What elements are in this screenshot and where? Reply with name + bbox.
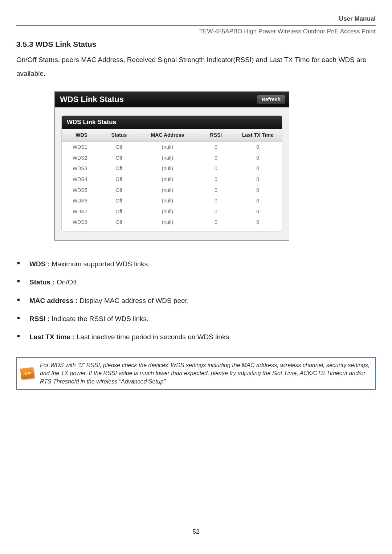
cell-rssi: 0 — [198, 142, 233, 153]
cell-lasttx: 0 — [233, 174, 282, 185]
cell-rssi: 0 — [198, 174, 233, 185]
cell-status: Off — [101, 206, 136, 217]
cell-mac: (null) — [136, 174, 198, 185]
list-item: Status : On/Off. — [16, 277, 376, 288]
table-row: WDS1Off(null)00 — [62, 142, 282, 153]
cell-lasttx: 0 — [233, 163, 282, 174]
cell-mac: (null) — [136, 206, 198, 217]
bullet-term: WDS : — [29, 260, 50, 268]
cell-wds: WDS4 — [62, 174, 101, 185]
cell-status: Off — [101, 142, 136, 153]
list-item: Last TX time : Last inactive time period… — [16, 332, 376, 342]
note-icon-wrap: Note — [17, 358, 38, 389]
bullet-term: MAC address : — [29, 297, 78, 304]
table-row: WDS8Off(null)00 — [62, 217, 282, 231]
panel-header: WDS Link Status Refresh — [55, 92, 289, 107]
cell-wds: WDS2 — [62, 153, 101, 164]
table-row: WDS7Off(null)00 — [62, 206, 282, 217]
cell-lasttx: 0 — [233, 142, 282, 153]
bullet-desc: Display MAC address of WDS peer. — [78, 297, 189, 304]
bullet-desc: Last inactive time period in seconds on … — [75, 333, 231, 341]
table-row: WDS6Off(null)00 — [62, 196, 282, 206]
cell-mac: (null) — [136, 142, 198, 153]
cell-rssi: 0 — [198, 185, 233, 196]
list-item: RSSI : Indicate the RSSI of WDS links. — [16, 313, 376, 324]
cell-mac: (null) — [136, 217, 198, 231]
cell-status: Off — [101, 174, 136, 185]
panel-title: WDS Link Status — [60, 94, 124, 105]
bullet-list: WDS : Maximum supported WDS links.Status… — [16, 259, 376, 343]
header-label: User Manual — [16, 15, 376, 23]
cell-rssi: 0 — [198, 196, 233, 206]
bullet-term: Status : — [29, 278, 55, 286]
table-row: WDS4Off(null)00 — [62, 174, 282, 185]
cell-mac: (null) — [136, 185, 198, 196]
page-number: 52 — [16, 528, 376, 536]
cell-rssi: 0 — [198, 163, 233, 174]
cell-lasttx: 0 — [233, 217, 282, 231]
cell-wds: WDS1 — [62, 142, 101, 153]
cell-rssi: 0 — [198, 206, 233, 217]
cell-wds: WDS6 — [62, 196, 101, 206]
refresh-button[interactable]: Refresh — [257, 95, 285, 104]
cell-status: Off — [101, 153, 136, 164]
cell-wds: WDS8 — [62, 217, 101, 231]
section-title: 3.5.3 WDS Link Status — [16, 39, 376, 49]
th-status: Status — [101, 129, 136, 142]
th-lasttx: Last TX Time — [233, 129, 282, 142]
cell-status: Off — [101, 196, 136, 206]
th-rssi: RSSI — [198, 129, 233, 142]
table-header-row: WDS Status MAC Address RSSI Last TX Time — [62, 129, 282, 142]
header-subtitle: TEW-455APBO High Power Wireless Outdoor … — [16, 27, 376, 36]
wds-table: WDS Status MAC Address RSSI Last TX Time… — [62, 129, 282, 231]
note-box: Note For WDS with "0" RSSI, please check… — [16, 357, 376, 390]
cell-rssi: 0 — [198, 217, 233, 231]
table-row: WDS5Off(null)00 — [62, 185, 282, 196]
sub-panel-title: WDS Link Status — [62, 116, 282, 129]
bullet-desc: Maximum supported WDS links. — [50, 260, 150, 268]
list-item: WDS : Maximum supported WDS links. — [16, 259, 376, 270]
note-text: For WDS with "0" RSSI, please check the … — [38, 358, 375, 389]
list-item: MAC address : Display MAC address of WDS… — [16, 295, 376, 306]
bullet-term: Last TX time : — [29, 333, 75, 341]
bullet-desc: On/Off. — [55, 278, 79, 286]
intro-paragraph: On/Off Status, peers MAC Address, Receiv… — [16, 53, 376, 81]
cell-lasttx: 0 — [233, 206, 282, 217]
cell-status: Off — [101, 217, 136, 231]
cell-rssi: 0 — [198, 153, 233, 164]
note-icon: Note — [20, 367, 34, 379]
th-wds: WDS — [62, 129, 101, 142]
cell-lasttx: 0 — [233, 185, 282, 196]
th-mac: MAC Address — [136, 129, 198, 142]
cell-status: Off — [101, 163, 136, 174]
cell-lasttx: 0 — [233, 196, 282, 206]
cell-wds: WDS5 — [62, 185, 101, 196]
cell-status: Off — [101, 185, 136, 196]
table-row: WDS2Off(null)00 — [62, 153, 282, 164]
cell-wds: WDS3 — [62, 163, 101, 174]
screenshot-panel: WDS Link Status Refresh WDS Link Status … — [54, 91, 289, 241]
bullet-desc: Indicate the RSSI of WDS links. — [50, 315, 148, 323]
bullet-term: RSSI : — [29, 315, 50, 323]
panel-body: WDS Link Status WDS Status MAC Address R… — [55, 107, 289, 240]
cell-wds: WDS7 — [62, 206, 101, 217]
cell-mac: (null) — [136, 153, 198, 164]
cell-mac: (null) — [136, 196, 198, 206]
table-row: WDS3Off(null)00 — [62, 163, 282, 174]
header-rule — [16, 25, 376, 26]
cell-mac: (null) — [136, 163, 198, 174]
cell-lasttx: 0 — [233, 153, 282, 164]
sub-panel: WDS Link Status WDS Status MAC Address R… — [61, 115, 282, 231]
